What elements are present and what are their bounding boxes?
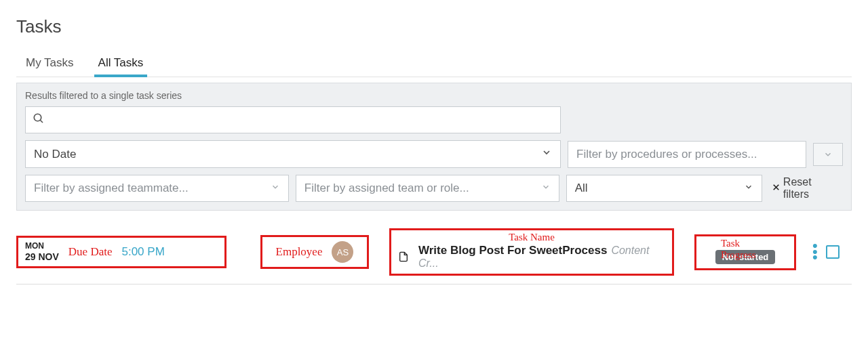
procedure-filter-placeholder: Filter by procedures or processes...	[576, 148, 757, 161]
search-input-wrapper[interactable]	[25, 106, 561, 133]
reset-filters-button[interactable]: Reset filters	[769, 176, 843, 200]
due-date-block: MON 29 NOV	[25, 242, 59, 261]
tabs: My Tasks All Tasks	[16, 51, 852, 77]
task-actions: •••	[812, 243, 840, 261]
annotation-task-progress-label: Task Progress	[721, 238, 770, 261]
tab-my-tasks[interactable]: My Tasks	[24, 51, 75, 77]
team-filter-placeholder: Filter by assigned team or role...	[304, 182, 469, 195]
due-date: 29 NOV	[25, 251, 59, 262]
task-name[interactable]: Write Blog Post For SweetProcess	[418, 244, 607, 257]
procedure-filter[interactable]: Filter by procedures or processes...	[568, 141, 806, 168]
team-filter[interactable]: Filter by assigned team or role...	[296, 175, 559, 202]
teammate-filter-placeholder: Filter by assigned teammate...	[34, 182, 189, 195]
search-icon	[33, 112, 45, 127]
document-icon	[398, 251, 409, 263]
more-options-button[interactable]: •••	[812, 243, 818, 261]
task-row: MON 29 NOV Due Date 5:00 PM Employee AS …	[16, 220, 852, 284]
annotation-due-date: MON 29 NOV Due Date 5:00 PM	[16, 236, 226, 268]
svg-point-0	[34, 114, 41, 121]
annotation-due-date-label: Due Date	[68, 245, 113, 259]
assignee-avatar[interactable]: AS	[332, 241, 353, 263]
chevron-down-icon	[744, 182, 753, 195]
annotation-task-name-label: Task Name	[509, 232, 555, 243]
date-filter-value: No Date	[34, 148, 76, 161]
procedure-filter-chevron[interactable]	[813, 143, 843, 166]
status-filter[interactable]: All	[566, 175, 762, 202]
page-title: Tasks	[16, 16, 852, 37]
select-checkbox[interactable]	[826, 245, 840, 259]
close-icon	[772, 182, 781, 194]
annotation-task-name: Task Name Write Blog Post For SweetProce…	[389, 228, 674, 276]
due-day: MON	[25, 242, 59, 251]
chevron-down-icon	[541, 147, 552, 161]
due-time: 5:00 PM	[121, 245, 164, 259]
chevron-down-icon	[271, 182, 280, 195]
reset-filters-label: Reset filters	[783, 176, 840, 200]
annotation-employee-label: Employee	[276, 245, 323, 259]
svg-line-1	[40, 120, 43, 123]
date-filter[interactable]: No Date	[25, 140, 561, 168]
search-input[interactable]	[50, 113, 553, 127]
annotation-task-progress: Task Progress Not started	[694, 234, 796, 270]
tab-all-tasks[interactable]: All Tasks	[97, 51, 145, 77]
annotation-employee: Employee AS	[260, 235, 369, 269]
filter-note: Results filtered to a single task series	[25, 90, 843, 101]
status-filter-value: All	[575, 182, 588, 195]
filter-panel: Results filtered to a single task series…	[16, 83, 852, 211]
chevron-down-icon	[541, 182, 551, 195]
teammate-filter[interactable]: Filter by assigned teammate...	[25, 175, 289, 202]
